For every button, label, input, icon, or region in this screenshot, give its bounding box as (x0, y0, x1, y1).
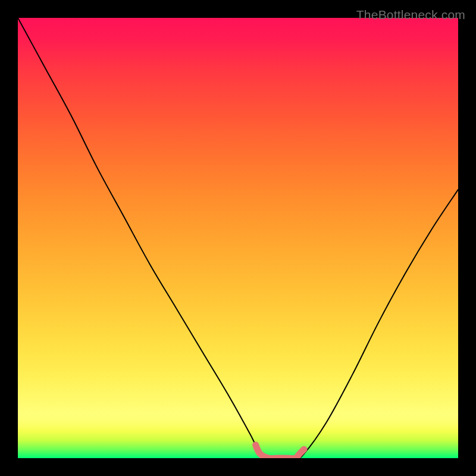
watermark: TheBottleneck.com (356, 8, 465, 22)
bottleneck-curve-path (18, 18, 458, 458)
chart-plot-area (18, 18, 458, 458)
chart-svg (18, 18, 458, 458)
optimal-plateau-path (256, 445, 304, 458)
chart-frame: TheBottleneck.com (5, 5, 471, 471)
